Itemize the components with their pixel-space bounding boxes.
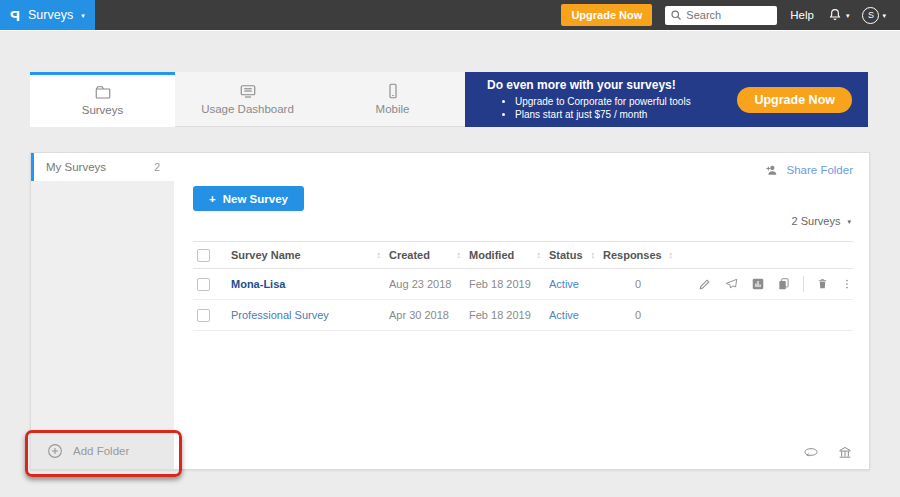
folder-count-badge: 2 [154, 161, 166, 173]
search-input[interactable] [686, 9, 772, 21]
promo-bullet: Plans start at just $75 / month [515, 108, 737, 121]
survey-name-link[interactable]: Professional Survey [231, 309, 329, 321]
survey-count-dropdown[interactable]: 2 Surveys ▾ [792, 215, 851, 227]
survey-bank-icon[interactable] [837, 445, 853, 460]
created-cell: Apr 30 2018 [389, 309, 469, 321]
promo-bullets: Upgrade to Corporate for powerful tools … [487, 95, 737, 121]
sort-icon[interactable]: ↕ [591, 250, 596, 260]
promo-text: Do even more with your surveys! Upgrade … [487, 78, 737, 121]
row-checkbox[interactable] [197, 278, 210, 291]
new-survey-label: New Survey [223, 193, 288, 205]
status-badge[interactable]: Active [549, 278, 579, 290]
page: P Surveys ▾ Upgrade Now Help [0, 0, 900, 497]
account-menu[interactable]: S ▾ [862, 7, 886, 24]
plus-circle-icon [46, 442, 64, 460]
restore-icon[interactable] [803, 445, 819, 460]
surveys-table: Survey Name ↕ Created ↕ Modified ↕ Statu… [193, 241, 853, 331]
report-icon[interactable] [751, 277, 765, 291]
sort-icon[interactable]: ↕ [457, 250, 462, 260]
banner-upgrade-button[interactable]: Upgrade Now [737, 87, 852, 113]
folder-label: My Surveys [46, 161, 106, 173]
new-survey-button[interactable]: + New Survey [193, 186, 304, 211]
distribute-icon[interactable] [724, 277, 739, 291]
help-link[interactable]: Help [790, 9, 814, 21]
table-row: Mona-Lisa Aug 23 2018 Feb 18 2019 Active… [193, 269, 853, 300]
chevron-down-icon: ▾ [847, 218, 851, 225]
actions-divider [803, 276, 804, 292]
topbar: P Surveys ▾ Upgrade Now Help [0, 0, 900, 31]
promo-title: Do even more with your surveys! [487, 78, 737, 92]
status-cell: Active [549, 278, 603, 290]
panel-footer-icons [803, 445, 853, 460]
brand-logo-icon: P [10, 7, 20, 24]
sort-icon[interactable]: ↕ [377, 250, 382, 260]
table-header-row: Survey Name ↕ Created ↕ Modified ↕ Statu… [193, 241, 853, 269]
column-label: Status [549, 249, 583, 261]
survey-count-label: 2 Surveys [792, 215, 841, 227]
upgrade-now-button[interactable]: Upgrade Now [561, 4, 652, 26]
chevron-down-icon: ▾ [882, 12, 886, 19]
sort-icon[interactable]: ↕ [537, 250, 542, 260]
share-folder-link[interactable]: Share Folder [765, 163, 853, 177]
status-badge[interactable]: Active [549, 309, 579, 321]
modified-date: Feb 18 2019 [469, 309, 531, 321]
add-folder-button[interactable]: Add Folder [31, 432, 174, 469]
tab-mobile[interactable]: Mobile [320, 72, 465, 127]
dashboard-icon [239, 83, 257, 99]
mobile-icon [384, 83, 402, 99]
responses-count: 0 [603, 278, 673, 290]
edit-icon[interactable] [698, 277, 712, 291]
tab-label: Surveys [82, 104, 124, 116]
column-label: Created [389, 249, 430, 261]
tab-label: Mobile [376, 103, 410, 115]
folders-sidebar: My Surveys 2 Add Folder [31, 153, 174, 469]
promo-banner: Do even more with your surveys! Upgrade … [465, 72, 868, 127]
row-checkbox-cell [193, 309, 231, 322]
folder-icon [94, 84, 112, 100]
header-survey-name[interactable]: Survey Name ↕ [231, 249, 389, 261]
surveys-panel: My Surveys 2 Add Folder [30, 152, 870, 470]
responses-count: 0 [603, 309, 673, 321]
product-menu[interactable]: P Surveys ▾ [0, 0, 95, 30]
modified-cell: Feb 18 2019 [469, 309, 549, 321]
created-date: Apr 30 2018 [389, 309, 449, 321]
sidebar-item-my-surveys[interactable]: My Surveys 2 [31, 153, 174, 181]
modified-cell: Feb 18 2019 [469, 278, 549, 290]
add-folder-label: Add Folder [73, 445, 129, 457]
chevron-down-icon: ▾ [846, 12, 850, 19]
tab-label: Usage Dashboard [201, 103, 294, 115]
created-date: Aug 23 2018 [389, 278, 451, 290]
row-checkbox[interactable] [197, 309, 210, 322]
tab-surveys[interactable]: Surveys [30, 72, 175, 127]
row-checkbox-cell [193, 278, 231, 291]
header-modified[interactable]: Modified ↕ [469, 249, 549, 261]
header-created[interactable]: Created ↕ [389, 249, 469, 261]
column-label: Modified [469, 249, 514, 261]
person-plus-icon [765, 163, 781, 177]
header-responses[interactable]: Responses ↕ [603, 249, 677, 261]
survey-name-link[interactable]: Mona-Lisa [231, 278, 285, 290]
notifications-menu[interactable]: ▾ [827, 7, 850, 23]
survey-name-cell: Professional Survey [231, 309, 389, 321]
header-checkbox-cell [193, 249, 231, 262]
row-actions [677, 276, 853, 292]
plus-icon: + [209, 193, 216, 205]
avatar: S [862, 7, 879, 24]
survey-list-area: Share Folder + New Survey 2 Surveys ▾ Su… [174, 153, 869, 469]
column-label: Responses [603, 249, 662, 261]
search-box [665, 6, 777, 25]
delete-icon[interactable] [816, 277, 829, 291]
header-status[interactable]: Status ↕ [549, 249, 603, 261]
created-cell: Aug 23 2018 [389, 278, 469, 290]
survey-name-cell: Mona-Lisa [231, 278, 389, 290]
promo-bullet: Upgrade to Corporate for powerful tools [515, 95, 737, 108]
responses-cell: 0 [603, 278, 677, 290]
chevron-down-icon: ▾ [81, 12, 85, 19]
tab-usage-dashboard[interactable]: Usage Dashboard [175, 72, 320, 127]
copy-icon[interactable] [777, 277, 791, 291]
more-options-icon[interactable] [841, 277, 853, 291]
section-tabs: Surveys Usage Dashboard Mobile [30, 72, 465, 127]
sort-icon[interactable]: ↕ [669, 250, 674, 260]
share-folder-label: Share Folder [787, 164, 853, 176]
select-all-checkbox[interactable] [197, 249, 210, 262]
